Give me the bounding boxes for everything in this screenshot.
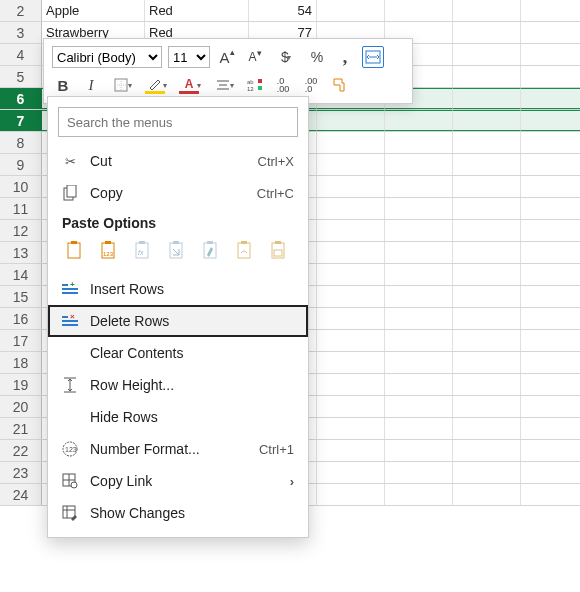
row-header[interactable]: 18 bbox=[0, 352, 42, 373]
cell[interactable] bbox=[317, 286, 385, 307]
cell[interactable] bbox=[385, 418, 453, 439]
font-size-select[interactable]: 11 bbox=[168, 46, 210, 68]
cell[interactable] bbox=[385, 462, 453, 483]
cell[interactable] bbox=[317, 198, 385, 219]
cell[interactable] bbox=[385, 352, 453, 373]
paste-transpose-button[interactable] bbox=[164, 239, 188, 263]
row-header[interactable]: 20 bbox=[0, 396, 42, 417]
cell[interactable] bbox=[385, 484, 453, 505]
cell[interactable] bbox=[521, 418, 580, 439]
cell[interactable] bbox=[453, 352, 521, 373]
cell[interactable] bbox=[453, 440, 521, 461]
cell[interactable] bbox=[521, 440, 580, 461]
paste-values-button[interactable]: 123 bbox=[96, 239, 120, 263]
italic-button[interactable]: I bbox=[80, 74, 102, 96]
row-header[interactable]: 3 bbox=[0, 22, 42, 43]
cell[interactable] bbox=[317, 484, 385, 505]
cell[interactable] bbox=[521, 308, 580, 329]
cell[interactable] bbox=[317, 176, 385, 197]
conditional-format-button[interactable]: ab12 bbox=[244, 74, 266, 96]
cell[interactable] bbox=[385, 330, 453, 351]
cell[interactable] bbox=[453, 264, 521, 285]
row-header[interactable]: 13 bbox=[0, 242, 42, 263]
cell[interactable] bbox=[317, 242, 385, 263]
cell[interactable] bbox=[385, 440, 453, 461]
row-header[interactable]: 8 bbox=[0, 132, 42, 153]
cell[interactable] bbox=[453, 110, 521, 131]
row-header[interactable]: 19 bbox=[0, 374, 42, 395]
cell[interactable] bbox=[385, 308, 453, 329]
cell[interactable] bbox=[453, 286, 521, 307]
row-header[interactable]: 2 bbox=[0, 0, 42, 21]
cell[interactable] bbox=[521, 154, 580, 175]
cell[interactable] bbox=[317, 352, 385, 373]
cell[interactable]: Apple bbox=[42, 0, 145, 21]
row-2[interactable]: 2 Apple Red 54 bbox=[0, 0, 580, 22]
format-painter-button[interactable] bbox=[328, 74, 350, 96]
cell[interactable] bbox=[521, 66, 580, 87]
currency-format-button[interactable]: $▾ bbox=[272, 46, 300, 68]
cell[interactable] bbox=[385, 242, 453, 263]
cell[interactable] bbox=[385, 220, 453, 241]
paste-link-button[interactable] bbox=[232, 239, 256, 263]
paste-formatting-button[interactable] bbox=[198, 239, 222, 263]
cell[interactable] bbox=[453, 44, 521, 65]
cell[interactable] bbox=[317, 110, 385, 131]
cell[interactable]: 54 bbox=[249, 0, 317, 21]
cell[interactable] bbox=[521, 352, 580, 373]
row-header[interactable]: 5 bbox=[0, 66, 42, 87]
cell[interactable] bbox=[521, 110, 580, 131]
cell[interactable] bbox=[453, 484, 521, 505]
cell[interactable] bbox=[521, 330, 580, 351]
cell[interactable] bbox=[453, 330, 521, 351]
row-header[interactable]: 21 bbox=[0, 418, 42, 439]
cell[interactable] bbox=[521, 44, 580, 65]
cell[interactable] bbox=[453, 22, 521, 43]
bold-button[interactable]: B bbox=[52, 74, 74, 96]
cell[interactable] bbox=[521, 22, 580, 43]
percent-format-button[interactable]: % bbox=[306, 46, 328, 68]
menu-number-format[interactable]: 123 Number Format... Ctrl+1 bbox=[48, 433, 308, 465]
cell[interactable] bbox=[521, 176, 580, 197]
cell[interactable] bbox=[317, 0, 385, 21]
cell[interactable] bbox=[385, 396, 453, 417]
row-header[interactable]: 15 bbox=[0, 286, 42, 307]
row-header[interactable]: 22 bbox=[0, 440, 42, 461]
row-header[interactable]: 12 bbox=[0, 220, 42, 241]
row-header[interactable]: 4 bbox=[0, 44, 42, 65]
cell[interactable] bbox=[317, 330, 385, 351]
cell[interactable] bbox=[453, 176, 521, 197]
row-header[interactable]: 24 bbox=[0, 484, 42, 505]
menu-copy[interactable]: Copy Ctrl+C bbox=[48, 177, 308, 209]
row-header[interactable]: 17 bbox=[0, 330, 42, 351]
cell[interactable] bbox=[317, 396, 385, 417]
font-color-button[interactable]: A▾ bbox=[176, 74, 204, 96]
cell[interactable] bbox=[453, 418, 521, 439]
cell[interactable] bbox=[453, 198, 521, 219]
cell[interactable] bbox=[385, 176, 453, 197]
cell[interactable] bbox=[317, 440, 385, 461]
cell[interactable] bbox=[385, 132, 453, 153]
decrease-decimal-button[interactable]: .00.0 bbox=[300, 74, 322, 96]
cell[interactable] bbox=[521, 88, 580, 109]
cell[interactable] bbox=[385, 286, 453, 307]
merge-center-button[interactable] bbox=[362, 46, 384, 68]
font-family-select[interactable]: Calibri (Body) bbox=[52, 46, 162, 68]
cell[interactable] bbox=[521, 0, 580, 21]
cell[interactable] bbox=[385, 0, 453, 21]
row-header[interactable]: 11 bbox=[0, 198, 42, 219]
increase-font-button[interactable]: A▴ bbox=[216, 46, 238, 68]
cell[interactable] bbox=[317, 308, 385, 329]
paste-button[interactable] bbox=[62, 239, 86, 263]
cell[interactable] bbox=[317, 132, 385, 153]
menu-hide-rows[interactable]: Hide Rows bbox=[48, 401, 308, 433]
menu-cut[interactable]: ✂ Cut Ctrl+X bbox=[48, 145, 308, 177]
menu-copy-link[interactable]: Copy Link › bbox=[48, 465, 308, 497]
cell[interactable] bbox=[453, 220, 521, 241]
cell[interactable] bbox=[385, 374, 453, 395]
cell[interactable] bbox=[317, 264, 385, 285]
cell[interactable] bbox=[521, 484, 580, 505]
cell[interactable] bbox=[317, 220, 385, 241]
cell[interactable] bbox=[453, 308, 521, 329]
cell[interactable] bbox=[385, 198, 453, 219]
